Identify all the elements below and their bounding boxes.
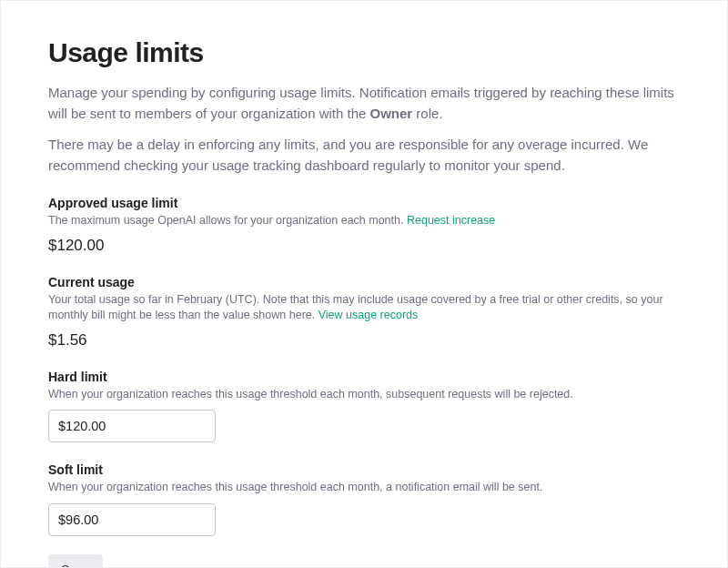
approved-usage-desc-text: The maximum usage OpenAI allows for your… [48, 214, 407, 227]
soft-limit-section: Soft limit When your organization reache… [48, 462, 680, 536]
current-usage-title: Current usage [48, 275, 680, 289]
current-usage-section: Current usage Your total usage so far in… [48, 275, 680, 350]
intro1-pre: Manage your spending by configuring usag… [48, 85, 674, 121]
hard-limit-title: Hard limit [48, 370, 680, 384]
intro-paragraph-1: Manage your spending by configuring usag… [48, 83, 680, 124]
approved-usage-section: Approved usage limit The maximum usage O… [48, 196, 680, 255]
hard-limit-desc: When your organization reaches this usag… [48, 387, 680, 403]
hard-limit-section: Hard limit When your organization reache… [48, 370, 680, 443]
intro-paragraph-2: There may be a delay in enforcing any li… [48, 135, 680, 176]
page-title: Usage limits [48, 37, 680, 68]
current-usage-desc: Your total usage so far in February (UTC… [48, 292, 680, 324]
soft-limit-title: Soft limit [48, 462, 680, 477]
current-usage-value: $1.56 [48, 331, 680, 350]
view-usage-records-link[interactable]: View usage records [318, 309, 419, 321]
approved-usage-title: Approved usage limit [48, 196, 680, 210]
hard-limit-input[interactable] [48, 410, 216, 442]
intro1-post: role. [412, 106, 442, 121]
usage-limits-page: Usage limits Manage your spending by con… [1, 1, 727, 568]
soft-limit-desc: When your organization reaches this usag… [48, 480, 680, 496]
save-button[interactable]: Save [48, 554, 103, 569]
approved-usage-desc: The maximum usage OpenAI allows for your… [48, 213, 680, 229]
soft-limit-input[interactable] [48, 503, 216, 536]
intro1-bold: Owner [370, 106, 413, 121]
approved-usage-value: $120.00 [48, 237, 680, 255]
request-increase-link[interactable]: Request increase [407, 214, 495, 227]
